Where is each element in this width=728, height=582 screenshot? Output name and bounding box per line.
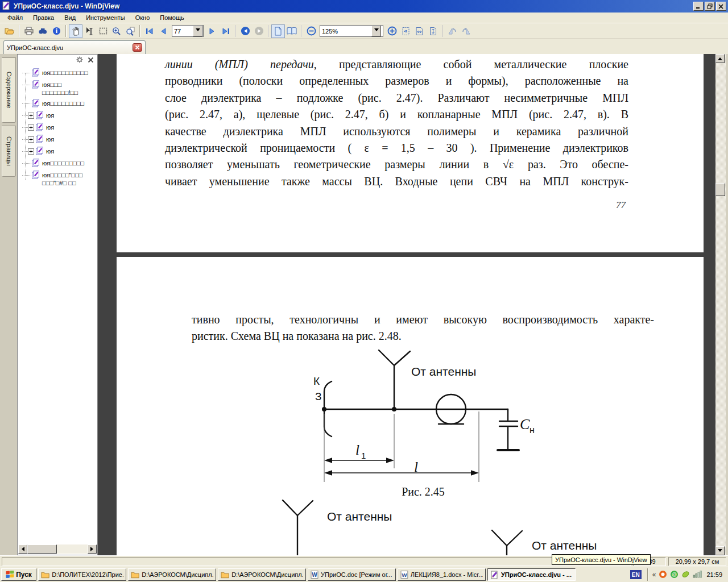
- scroll-up-button[interactable]: [715, 54, 725, 63]
- last-page-button[interactable]: [219, 24, 233, 38]
- tray-chevron[interactable]: «: [652, 571, 656, 579]
- open-button[interactable]: [3, 24, 16, 38]
- document-icon: [35, 135, 44, 144]
- language-indicator[interactable]: EN: [630, 570, 642, 579]
- capacitor-label: C: [520, 416, 530, 433]
- tree-item-label: юя: [46, 135, 54, 143]
- select-text-tool[interactable]: [82, 24, 96, 38]
- tree-item[interactable]: юя□□□□□"□□□ □□□"□#□ □□: [18, 169, 97, 188]
- facing-pages-layout-button[interactable]: [285, 24, 299, 38]
- figure-2-45-circuit-diagram: От антенны К З C н l 1 l Рис. 2.45 От ан…: [117, 257, 704, 555]
- menu-file[interactable]: Файл: [2, 13, 28, 23]
- document-tab[interactable]: УПриОС-класс.djvu: [3, 40, 146, 54]
- taskbar-item-folder-2[interactable]: D:\АЭРОКОСМ\Дисципл...: [128, 568, 216, 581]
- menu-tools[interactable]: Инструменты: [81, 13, 130, 23]
- sidebar-tab-pages[interactable]: Страницы: [2, 126, 16, 177]
- tree-item-label: юя□□□ □□□□□□□!□□: [42, 80, 78, 97]
- search-icon[interactable]: [36, 24, 49, 38]
- menu-view[interactable]: Вид: [59, 13, 81, 23]
- page-number-input[interactable]: [172, 26, 193, 36]
- switch-label-k: К: [313, 375, 320, 387]
- print-button[interactable]: [22, 24, 36, 38]
- document-icon: [35, 111, 44, 120]
- minimize-button[interactable]: [693, 2, 704, 11]
- scroll-left-button[interactable]: [18, 544, 27, 554]
- svg-text:W: W: [402, 572, 407, 578]
- expand-icon[interactable]: [28, 148, 34, 155]
- taskbar-item-label: D:\АЭРОКОСМ\Дисципл...: [231, 571, 303, 578]
- sidebar-tab-contents[interactable]: Содержание: [2, 57, 16, 123]
- tab-close-button[interactable]: [133, 43, 142, 52]
- expand-icon[interactable]: [28, 136, 34, 143]
- single-page-layout-button[interactable]: [271, 24, 285, 38]
- tree-item[interactable]: юя□□□ □□□□□□□!□□: [18, 79, 97, 98]
- menu-window[interactable]: Окно: [130, 13, 155, 23]
- zoom-select-tool[interactable]: [123, 24, 137, 38]
- taskbar-item-label: УПриОС-класс.djvu - ...: [501, 571, 572, 578]
- tree-item[interactable]: юя: [18, 146, 97, 157]
- page-combo-dropdown[interactable]: [193, 26, 202, 36]
- start-button[interactable]: Пуск: [1, 568, 36, 581]
- restore-button[interactable]: [705, 2, 715, 11]
- panel-close-icon[interactable]: [88, 57, 94, 64]
- vertical-scroll-thumb[interactable]: [715, 183, 725, 196]
- expand-icon[interactable]: [28, 113, 34, 119]
- rotate-right-button[interactable]: [459, 24, 473, 38]
- taskbar-item-windjview[interactable]: УПриОС-класс.djvu - ...: [487, 568, 576, 581]
- tray-network-signal-icon[interactable]: [693, 570, 702, 579]
- menu-edit[interactable]: Правка: [28, 13, 59, 23]
- vertical-scrollbar[interactable]: [715, 54, 726, 555]
- page1-line: проводники (полоски определенных размеро…: [165, 73, 628, 89]
- rotate-left-button[interactable]: [445, 24, 459, 38]
- tree-item-label: юя□□□□□□□□□: [42, 99, 84, 107]
- folder-icon: [131, 571, 139, 579]
- taskbar-item-label: УПриОС.doc [Режим ог...: [321, 571, 392, 578]
- tree-item[interactable]: юя: [18, 122, 97, 134]
- tray-antivirus-icon[interactable]: [681, 570, 690, 580]
- forward-button[interactable]: [252, 24, 266, 38]
- fit-height-button[interactable]: [426, 24, 440, 38]
- taskbar-item-folder-1[interactable]: D:\ПОЛИТЕХ\2012\Прие...: [38, 568, 126, 581]
- tray-orange-app-icon[interactable]: [659, 570, 667, 580]
- tree-item[interactable]: юя: [18, 134, 97, 146]
- scroll-thumb[interactable]: [27, 544, 57, 554]
- tree-item[interactable]: юя□□□□□□□□□: [18, 157, 97, 169]
- figure-2-46-antennas: [283, 500, 522, 555]
- close-button[interactable]: [716, 2, 726, 11]
- previous-page-button[interactable]: [156, 24, 170, 38]
- zoom-in-tool[interactable]: [110, 24, 123, 38]
- zoom-combo: [320, 25, 383, 37]
- hand-tool-button[interactable]: [69, 24, 82, 38]
- first-page-button[interactable]: [143, 24, 156, 38]
- document-icon: [31, 99, 40, 109]
- windows-logo-icon: [6, 571, 14, 579]
- tree-item[interactable]: юя: [18, 110, 97, 122]
- zoom-combo-dropdown[interactable]: [371, 26, 381, 36]
- zoom-input[interactable]: [320, 26, 371, 36]
- zoom-in-button[interactable]: [385, 24, 399, 38]
- taskbar-item-folder-3[interactable]: D:\АЭРОКОСМ\Дисципл...: [218, 568, 306, 581]
- fit-width-button[interactable]: [412, 24, 426, 38]
- app-icon: [2, 1, 11, 11]
- sidebar-horizontal-scrollbar[interactable]: [18, 544, 97, 554]
- back-button[interactable]: [238, 24, 252, 38]
- scroll-down-button[interactable]: [715, 546, 725, 555]
- zoom-out-button[interactable]: [304, 24, 318, 38]
- fit-page-button[interactable]: [399, 24, 412, 38]
- menu-help[interactable]: Помощь: [155, 13, 189, 23]
- document-icon: [31, 80, 40, 90]
- next-page-button[interactable]: [205, 24, 219, 38]
- info-button[interactable]: [49, 24, 63, 38]
- antenna-label-bottom-right: От антенны: [532, 539, 597, 552]
- panel-settings-icon[interactable]: [76, 56, 83, 64]
- taskbar-clock[interactable]: 21:59: [706, 571, 722, 578]
- taskbar-item-word-2[interactable]: W ЛЕКЦИЯ8_1.docx - Micr...: [398, 568, 486, 581]
- scroll-right-button[interactable]: [88, 544, 97, 554]
- taskbar-item-word-1[interactable]: W УПриОС.doc [Режим ог...: [308, 568, 396, 581]
- toolbar: [0, 23, 728, 39]
- select-area-tool[interactable]: [96, 24, 110, 38]
- tree-item[interactable]: юя□□□□□□□□□: [18, 98, 97, 110]
- tree-item[interactable]: юя□□□□□□□□□□: [18, 67, 97, 79]
- tray-mail-agent-icon[interactable]: @: [670, 570, 679, 580]
- expand-icon[interactable]: [28, 124, 34, 131]
